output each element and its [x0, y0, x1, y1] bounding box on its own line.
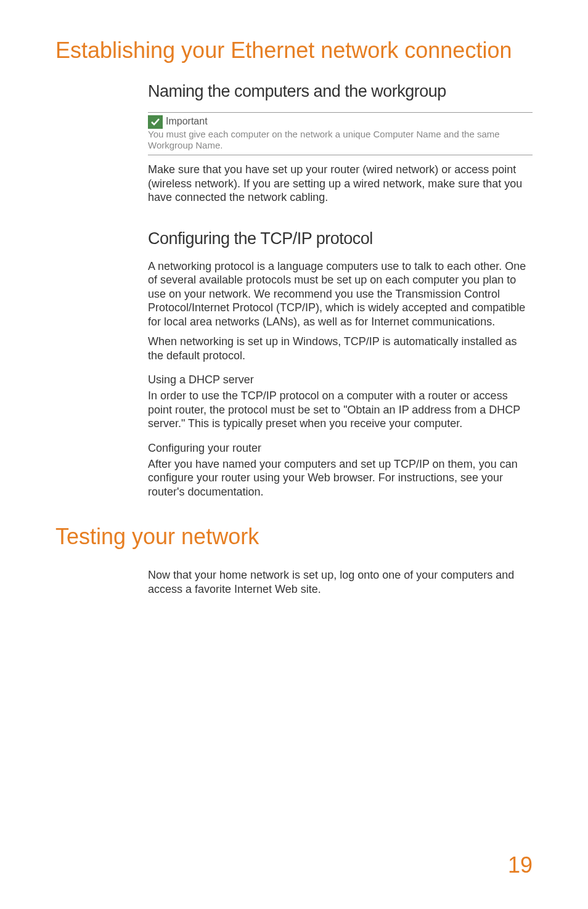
body-text-tcpip-2: When networking is set up in Windows, TC… — [148, 335, 533, 362]
important-callout: Important You must give each computer on… — [148, 112, 533, 155]
checkmark-icon — [148, 115, 163, 129]
page-number: 19 — [508, 852, 533, 878]
important-label: Important — [166, 116, 208, 126]
subsection-testing: Now that your home network is set up, lo… — [148, 568, 533, 596]
subsection-title-naming: Naming the computers and the workgroup — [148, 82, 533, 101]
body-text-naming: Make sure that you have set up your rout… — [148, 163, 533, 205]
body-text-testing: Now that your home network is set up, lo… — [148, 568, 533, 596]
section-title-testing: Testing your network — [55, 523, 533, 550]
body-text-dhcp: In order to use the TCP/IP protocol on a… — [148, 389, 533, 431]
sub-heading-dhcp: Using a DHCP server — [148, 373, 533, 386]
body-text-router: After you have named your computers and … — [148, 457, 533, 499]
sub-heading-router: Configuring your router — [148, 442, 533, 455]
subsection-title-tcpip: Configuring the TCP/IP protocol — [148, 229, 533, 248]
subsection-naming: Naming the computers and the workgroup I… — [148, 82, 533, 205]
section-title-establishing: Establishing your Ethernet network conne… — [55, 37, 533, 63]
subsection-tcpip: Configuring the TCP/IP protocol A networ… — [148, 229, 533, 499]
body-text-tcpip-1: A networking protocol is a language comp… — [148, 259, 533, 329]
important-text: You must give each computer on the netwo… — [148, 129, 500, 150]
